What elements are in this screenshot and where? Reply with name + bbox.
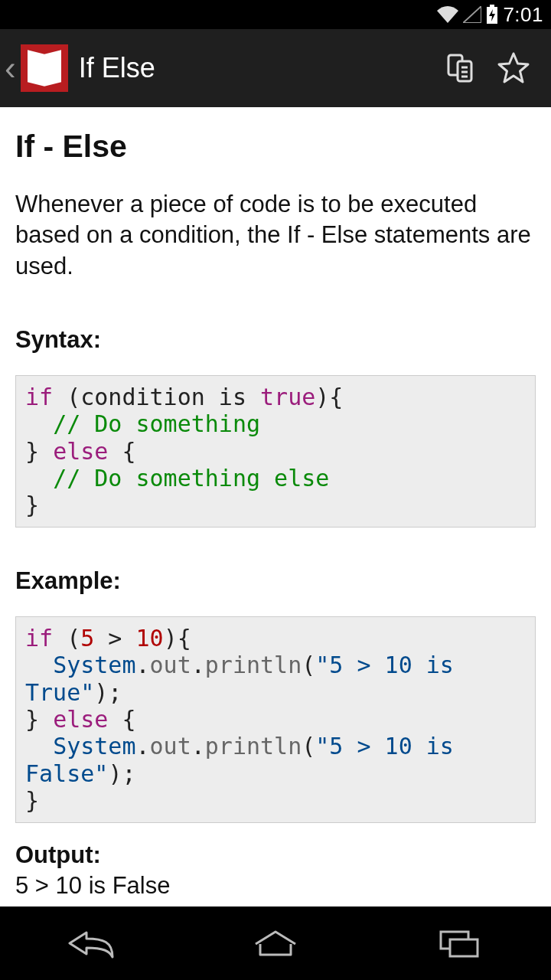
wifi-icon	[437, 6, 458, 23]
page-heading: If - Else	[15, 129, 536, 165]
output-text: 5 > 10 is False	[15, 872, 536, 900]
nav-home-button[interactable]	[214, 916, 337, 970]
nav-back-button[interactable]	[31, 916, 153, 970]
syntax-code-block: if (condition is true){ // Do something …	[15, 375, 536, 528]
output-label: Output:	[15, 841, 536, 869]
screen: 7:01 ‹ If Else If - Else Whenever a piec…	[0, 0, 551, 980]
app-logo-icon[interactable]	[21, 44, 68, 92]
syntax-label: Syntax:	[15, 326, 536, 354]
example-label: Example:	[15, 567, 536, 595]
svg-rect-1	[490, 5, 494, 7]
status-time: 7:01	[503, 3, 543, 27]
navigation-bar	[0, 906, 551, 980]
back-button[interactable]: ‹	[3, 49, 21, 87]
favorite-button[interactable]	[487, 41, 540, 95]
example-code-block: if (5 > 10){ System.out.println("5 > 10 …	[15, 616, 536, 823]
battery-charging-icon	[486, 5, 498, 24]
copy-button[interactable]	[433, 41, 487, 95]
content-area[interactable]: If - Else Whenever a piece of code is to…	[0, 107, 551, 906]
description-text: Whenever a piece of code is to be execut…	[15, 189, 536, 282]
app-bar: ‹ If Else	[0, 29, 551, 107]
app-bar-title: If Else	[79, 52, 433, 84]
svg-rect-8	[450, 939, 478, 956]
cell-signal-icon	[463, 6, 481, 23]
nav-recent-button[interactable]	[398, 916, 520, 970]
status-bar: 7:01	[0, 0, 551, 29]
